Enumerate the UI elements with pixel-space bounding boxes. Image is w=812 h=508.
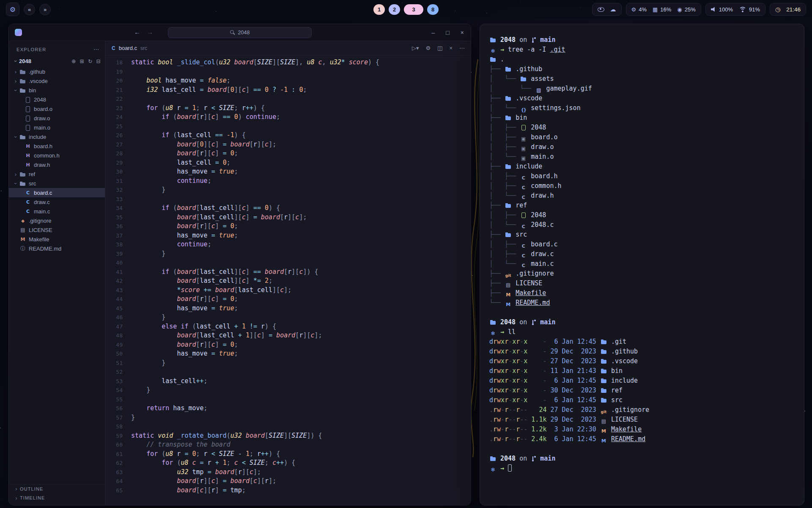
line-number: 64: [106, 477, 131, 486]
folder-icon: [600, 397, 607, 403]
code-line: 53 last_cell++;: [106, 377, 471, 386]
file-tree-item-2048[interactable]: 2048: [9, 95, 105, 104]
file-tree-root[interactable]: › 2048 ⊕⊞↻⊟: [9, 56, 105, 66]
terminal-line: drwxr-xr-x - 29 Dec 2023 .github: [489, 347, 795, 356]
weather-widget[interactable]: ☁: [592, 3, 622, 16]
gear-icon: ⚙: [10, 6, 16, 14]
maximize-icon[interactable]: □: [446, 29, 449, 36]
terminal-line: ├── ref: [489, 201, 795, 210]
wifi-stat[interactable]: 91%: [739, 6, 760, 13]
terminal-cursor: [508, 464, 512, 472]
terminal-line: ├── include: [489, 162, 795, 171]
workspaces: 1238: [373, 4, 439, 15]
file-tree-item-board.h[interactable]: Hboard.h: [9, 141, 105, 151]
code-line: 29 last_cell = 0;: [106, 158, 471, 168]
chevron-right-icon: ›: [13, 495, 20, 501]
line-number: 65: [106, 486, 131, 495]
line-number: 61: [106, 450, 131, 459]
folder-icon: [600, 367, 607, 374]
search-input[interactable]: 2048: [168, 27, 312, 38]
file-tree-item-draw.c[interactable]: Cdraw.c: [9, 197, 105, 207]
collapse-all-icon[interactable]: ⊟: [96, 58, 101, 64]
panel-timeline[interactable]: ›TIMELINE: [9, 493, 105, 502]
file-tree-item-.github[interactable]: ›.github: [9, 67, 105, 76]
new-file-icon[interactable]: ⊕: [71, 58, 76, 64]
snowflake-icon: ❄: [489, 330, 497, 337]
file-tree-item-src[interactable]: ›src: [9, 179, 105, 188]
file-tree-item-draw.o[interactable]: draw.o: [9, 113, 105, 123]
file-tree-item-.vscode[interactable]: ›.vscode: [9, 76, 105, 86]
memory-icon: ▦: [653, 6, 658, 13]
file-tree-item-draw.h[interactable]: Hdraw.h: [9, 160, 105, 169]
line-number: 33: [106, 195, 131, 204]
forward-icon[interactable]: →: [147, 28, 153, 36]
editor-tab-bar[interactable]: C board.c src ▷▾⚙◫×⋯: [106, 41, 471, 55]
memory-stat: ▦16%: [653, 6, 671, 13]
workspace-3[interactable]: 3: [404, 4, 423, 15]
settings-icon[interactable]: ⚙: [425, 45, 431, 51]
editor-titlebar[interactable]: ← → 2048 –□×: [9, 24, 471, 41]
volume-stat[interactable]: 100%: [711, 6, 733, 13]
minimize-icon[interactable]: –: [432, 29, 435, 36]
skip-back-button[interactable]: «: [24, 4, 35, 15]
code-line: 25: [106, 122, 471, 131]
file-tree-item-Makefile[interactable]: MMakefile: [9, 235, 105, 244]
workspace-2[interactable]: 2: [389, 4, 400, 15]
split-editor-icon[interactable]: ◫: [437, 45, 442, 51]
terminal-line: drwxr-xr-x - 6 Jan 12:45 include: [489, 376, 795, 386]
more-icon[interactable]: ⋯: [93, 46, 99, 52]
code-line: 46 }: [106, 313, 471, 322]
folder-icon: [600, 377, 607, 384]
terminal-window[interactable]: 2048 on main❄ → tree -a -I .git .├── .gi…: [480, 24, 804, 505]
file-tree-item-common.h[interactable]: Hcommon.h: [9, 151, 105, 160]
close-editor-icon[interactable]: ×: [449, 45, 453, 51]
terminal-line: drwxr-xr-x - 6 Jan 12:45 .git: [489, 337, 795, 347]
file-tree-item-board.o[interactable]: board.o: [9, 104, 105, 113]
file-tree-item-.gitignore[interactable]: ◆.gitignore: [9, 216, 105, 225]
new-folder-icon[interactable]: ⊞: [80, 58, 84, 64]
top-bar: ⚙ « » 1238 ☁ ⚙4% ▦16% ◉25% 100% 91% ◷ 21…: [0, 0, 812, 19]
clock-widget[interactable]: ◷ 21:46: [770, 3, 806, 16]
line-number: 42: [106, 276, 131, 286]
clock-value: 21:46: [786, 6, 801, 13]
editor-pane: C board.c src ▷▾⚙◫×⋯ 18static bool _slid…: [106, 41, 471, 505]
file-tree-item-bin[interactable]: ›bin: [9, 86, 105, 95]
line-number: 44: [106, 295, 131, 304]
git-branch-icon: [531, 319, 536, 326]
workspace-8[interactable]: 8: [427, 4, 439, 15]
folder-icon: [505, 66, 512, 72]
skip-forward-button[interactable]: »: [39, 4, 51, 15]
chevron-right-icon: ›: [12, 171, 19, 177]
code-line: 48 board[last_cell + 1][c] = board[r][c]…: [106, 331, 471, 340]
chevron-right-icon: ›: [12, 78, 19, 84]
code-line: 32 }: [106, 185, 471, 195]
file-tree-item-board.c[interactable]: Cboard.c: [9, 188, 105, 197]
back-icon[interactable]: ←: [134, 28, 140, 36]
terminal-line: │ └── assets: [489, 74, 795, 84]
folder-open-icon: [19, 87, 27, 94]
file-tree-item-main.o[interactable]: main.o: [9, 123, 105, 132]
code-line: 59static void _rotate_board(u32 board[SI…: [106, 431, 471, 441]
file-tree-item-README.md[interactable]: ⓘREADME.md: [9, 244, 105, 253]
code-line: 44 board[r][c] = 0;: [106, 295, 471, 304]
more-actions-icon[interactable]: ⋯: [459, 45, 465, 51]
code-area[interactable]: 18static bool _slide_col(u32 board[SIZE]…: [106, 55, 471, 505]
license-icon: ▤: [19, 227, 27, 233]
file-tree-item-main.c[interactable]: Cmain.c: [9, 207, 105, 216]
terminal-line: ├── M Makefile: [489, 288, 795, 298]
file-tree-item-ref[interactable]: ›ref: [9, 169, 105, 179]
panel-outline[interactable]: ›OUTLINE: [9, 484, 105, 493]
file-tree-item-include[interactable]: ›include: [9, 132, 105, 141]
refresh-icon[interactable]: ↻: [88, 58, 92, 64]
close-icon[interactable]: ×: [461, 29, 464, 36]
run-icon[interactable]: ▷▾: [412, 45, 419, 51]
line-number: 20: [106, 76, 131, 86]
workspace-1[interactable]: 1: [373, 4, 385, 15]
makefile-icon: M: [505, 292, 512, 298]
line-number: 26: [106, 131, 131, 140]
code-line: 31 continue;: [106, 177, 471, 186]
terminal-line: ├── .github: [489, 64, 795, 74]
topbar-left: ⚙ « »: [6, 3, 51, 16]
launcher-button[interactable]: ⚙: [6, 3, 19, 16]
file-tree-item-LICENSE[interactable]: ▤LICENSE: [9, 225, 105, 235]
